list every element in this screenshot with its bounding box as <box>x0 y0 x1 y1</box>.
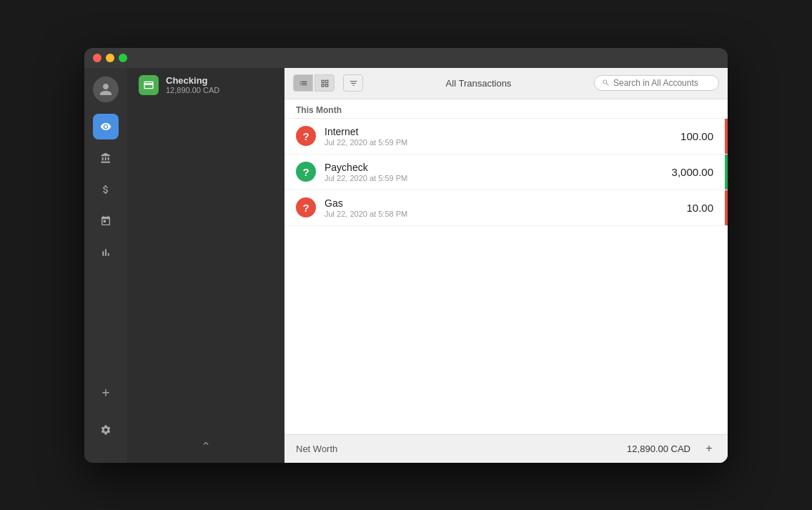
filter-button[interactable] <box>343 74 363 92</box>
tx-color-bar-gas <box>725 190 728 225</box>
tx-date-paycheck: Jul 22, 2020 at 5:59 PM <box>325 174 672 182</box>
footer-value: 12,890.00 CAD <box>627 443 690 454</box>
account-item-checking[interactable]: Checking 12,890.00 CAD <box>127 68 284 102</box>
search-input[interactable] <box>613 78 711 88</box>
view-grid-button[interactable] <box>315 74 335 92</box>
nav-icon-coins[interactable] <box>93 177 119 202</box>
nav-icon-overview[interactable] <box>93 114 119 139</box>
tx-date-internet: Jul 22, 2020 at 5:59 PM <box>325 138 680 147</box>
tx-color-bar-paycheck <box>725 155 728 190</box>
tx-name-gas: Gas <box>325 197 686 209</box>
footer-add-button[interactable]: + <box>702 441 716 456</box>
account-name-checking: Checking <box>166 75 219 86</box>
tx-amount-gas: 10.00 <box>686 202 713 214</box>
account-info-checking: Checking 12,890.00 CAD <box>166 75 219 94</box>
tx-info-gas: Gas Jul 22, 2020 at 5:58 PM <box>325 197 686 218</box>
section-header-this-month: This Month <box>284 99 728 119</box>
tx-name-paycheck: Paycheck <box>325 162 672 173</box>
collapse-button[interactable] <box>195 433 217 454</box>
toolbar: All Transactions <box>284 68 728 99</box>
tx-name-internet: Internet <box>325 126 680 137</box>
tx-indicator-paycheck: ? <box>296 162 316 182</box>
icon-sidebar-bottom <box>93 380 119 454</box>
account-sidebar: Checking 12,890.00 CAD <box>127 68 284 463</box>
tx-date-gas: Jul 22, 2020 at 5:58 PM <box>325 210 686 218</box>
tx-indicator-gas: ? <box>296 197 316 217</box>
tx-amount-paycheck: 3,000.00 <box>672 166 713 178</box>
tx-indicator-internet: ? <box>296 126 316 146</box>
tx-info-internet: Internet Jul 22, 2020 at 5:59 PM <box>325 126 680 147</box>
main-content: All Transactions This Month ? <box>284 68 728 463</box>
footer-label: Net Worth <box>296 443 627 454</box>
transaction-row-internet[interactable]: ? Internet Jul 22, 2020 at 5:59 PM 100.0… <box>284 119 728 155</box>
nav-icon-budget[interactable] <box>93 208 119 234</box>
nav-icon-settings[interactable] <box>93 417 119 443</box>
icon-sidebar <box>84 68 127 463</box>
minimize-button[interactable] <box>106 54 114 62</box>
collapse-btn-row <box>127 421 284 463</box>
transaction-row-gas[interactable]: ? Gas Jul 22, 2020 at 5:58 PM 10.00 <box>284 190 728 226</box>
nav-icon-accounts[interactable] <box>93 145 119 171</box>
search-icon <box>602 79 610 88</box>
account-list: Checking 12,890.00 CAD <box>127 68 284 421</box>
tx-amount-internet: 100.00 <box>680 130 713 142</box>
app-window: Checking 12,890.00 CAD <box>84 48 728 463</box>
maximize-button[interactable] <box>119 54 127 62</box>
transaction-row-paycheck[interactable]: ? Paycheck Jul 22, 2020 at 5:59 PM 3,000… <box>284 155 728 190</box>
tx-info-paycheck: Paycheck Jul 22, 2020 at 5:59 PM <box>325 162 672 182</box>
close-button[interactable] <box>93 54 102 62</box>
tx-color-bar-internet <box>725 119 728 154</box>
account-icon-checking <box>139 75 159 95</box>
titlebar <box>84 48 728 68</box>
account-balance-checking: 12,890.00 CAD <box>166 86 219 94</box>
main-layout: Checking 12,890.00 CAD <box>84 68 728 463</box>
transactions-area: This Month ? Internet Jul 22, 2020 at 5:… <box>284 99 728 434</box>
search-box[interactable] <box>594 75 719 91</box>
view-list-button[interactable] <box>293 74 313 92</box>
toolbar-title: All Transactions <box>369 78 588 89</box>
nav-icon-reports[interactable] <box>93 240 119 265</box>
footer: Net Worth 12,890.00 CAD + <box>284 434 728 463</box>
view-toggle <box>293 74 335 92</box>
user-avatar[interactable] <box>93 77 119 102</box>
nav-icon-add[interactable] <box>93 380 119 406</box>
traffic-lights <box>93 54 127 62</box>
